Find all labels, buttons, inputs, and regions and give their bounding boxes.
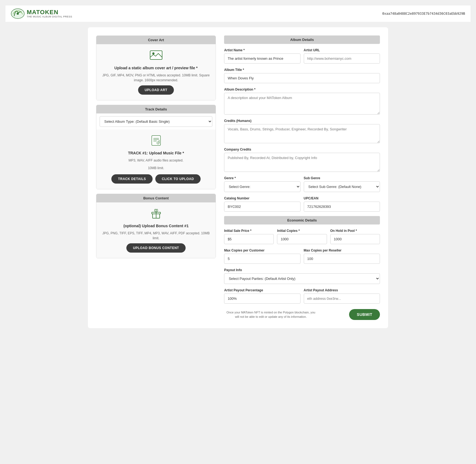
album-title-group: Album Title *	[224, 68, 380, 83]
logo-text: MATOKEN THE MUSIC ALBUM DIGITAL PRESS	[27, 9, 72, 18]
bonus-content-content: (optional) Upload Bonus Content #1 JPG, …	[96, 202, 216, 258]
upload-bonus-button[interactable]: UPLOAD BONUS CONTENT	[126, 243, 186, 253]
album-desc-group: Album Description *	[224, 88, 380, 115]
gift-icon	[151, 208, 162, 221]
genre-group: Genre * Select Genre:	[224, 176, 300, 192]
payout-row: Artist Payout Percentage Artist Payout A…	[224, 288, 380, 304]
cover-art-desc: JPG, GIF, MP4, MOV, PNG or HTML videos a…	[102, 73, 210, 83]
on-hold-input[interactable]	[330, 234, 380, 244]
click-to-upload-button[interactable]: CLICK TO UPLOAD	[155, 174, 201, 184]
logo: MATOKEN THE MUSIC ALBUM DIGITAL PRESS	[11, 8, 72, 19]
initial-copies-input[interactable]	[277, 234, 327, 244]
track-upload-content: TRACK #1: Upload Music File * MP3, WAV, …	[96, 130, 216, 189]
initial-copies-label: Initial Copies *	[277, 229, 327, 233]
artist-payout-addr-group: Artist Payout Address	[304, 288, 380, 304]
initial-price-group: Initial Sale Price *	[224, 229, 274, 244]
bonus-content-header: Bonus Content	[96, 194, 216, 202]
catalog-input[interactable]	[224, 202, 300, 212]
subgenre-label: Sub Genre	[304, 176, 380, 180]
right-column: Album Details Artist Name * Artist URL A…	[224, 35, 380, 320]
submit-row: Once your MAToken NFT is minted on the P…	[224, 309, 380, 320]
catalog-label: Catalog Number	[224, 196, 300, 200]
genre-row: Genre * Select Genre: Sub Genre Select S…	[224, 176, 380, 192]
max-customer-label: Max Copies per Customer	[224, 249, 300, 252]
company-credits-group: Company Credits	[224, 148, 380, 172]
album-type-wrapper: Select Album Type: (Default Basic Single…	[96, 113, 216, 130]
artist-payout-pct-input[interactable]	[224, 294, 300, 304]
initial-price-label: Initial Sale Price *	[224, 229, 274, 233]
track-details-header: Track Details	[96, 105, 216, 113]
cover-art-header: Cover Art	[96, 36, 216, 44]
initial-copies-group: Initial Copies *	[277, 229, 327, 244]
top-bar: MATOKEN THE MUSIC ALBUM DIGITAL PRESS 0x…	[5, 5, 471, 22]
cover-art-content: Upload a static album cover art / previe…	[96, 44, 216, 100]
economic-details-header: Economic Details	[224, 216, 380, 224]
upc-group: UPC/EAN	[304, 196, 380, 212]
max-customer-group: Max Copies per Customer	[224, 249, 300, 264]
catalog-group: Catalog Number	[224, 196, 300, 212]
album-type-select[interactable]: Select Album Type: (Default Basic Single…	[100, 116, 212, 127]
album-details-header: Album Details	[224, 35, 380, 44]
bonus-desc: JPG, PNG, TIFF, EPS, TIFF, MP4, MP3, WAV…	[102, 231, 210, 241]
max-customer-input[interactable]	[224, 254, 300, 264]
album-desc-textarea[interactable]	[224, 93, 380, 115]
track-details-button[interactable]: TRACK DETAILS	[111, 174, 152, 184]
artist-name-label: Artist Name *	[224, 48, 300, 52]
artist-url-label: Artist URL	[304, 48, 380, 52]
bonus-title: (optional) Upload Bonus Content #1	[123, 224, 189, 228]
svg-point-3	[152, 52, 154, 55]
max-reseller-label: Max Copies per Reseller	[304, 249, 380, 252]
left-column: Cover Art Upload a static album cover ar…	[96, 35, 216, 320]
artist-url-group: Artist URL	[304, 48, 380, 64]
artist-name-input[interactable]	[224, 53, 300, 64]
cover-art-title: Upload a static album cover art / previe…	[114, 66, 198, 70]
wallet-address: 0xaa748a0488C2e897933E7b7434d36C03aEbb92…	[382, 12, 465, 16]
payout-note: Once your MAToken NFT is minted on the P…	[224, 310, 318, 319]
credits-label: Credits (Humans)	[224, 119, 380, 123]
image-upload-icon	[150, 50, 163, 63]
album-title-label: Album Title *	[224, 68, 380, 72]
credits-textarea[interactable]	[224, 124, 380, 143]
company-credits-label: Company Credits	[224, 148, 380, 151]
company-credits-textarea[interactable]	[224, 153, 380, 172]
upc-label: UPC/EAN	[304, 196, 380, 200]
genre-label: Genre *	[224, 176, 300, 180]
catalog-row: Catalog Number UPC/EAN	[224, 196, 380, 212]
logo-icon	[11, 8, 25, 19]
subgenre-group: Sub Genre Select Sub Genre: (Default Non…	[304, 176, 380, 192]
artist-payout-addr-label: Artist Payout Address	[304, 288, 380, 292]
payout-info-group: Payout Info Select Payout Parties: (Defa…	[224, 268, 380, 284]
initial-price-input[interactable]	[224, 234, 274, 244]
artist-payout-pct-group: Artist Payout Percentage	[224, 288, 300, 304]
logo-title: MATOKEN	[27, 9, 72, 16]
on-hold-label: On Hold in Pool *	[330, 229, 380, 233]
album-title-input[interactable]	[224, 73, 380, 83]
track-upload-title: TRACK #1: Upload Music File *	[128, 151, 184, 155]
music-note-icon	[151, 135, 162, 148]
cover-art-section: Cover Art Upload a static album cover ar…	[96, 35, 216, 100]
artist-name-group: Artist Name *	[224, 48, 300, 64]
submit-button[interactable]: SUBMIT	[349, 309, 380, 320]
subgenre-select[interactable]: Select Sub Genre: (Default None)	[304, 181, 380, 192]
track-upload-desc1: MP3, WAV, AIFF audio files accepted.	[129, 158, 183, 163]
max-copies-row: Max Copies per Customer Max Copies per R…	[224, 249, 380, 264]
svg-point-1	[17, 13, 19, 15]
track-buttons: TRACK DETAILS CLICK TO UPLOAD	[111, 174, 200, 184]
upc-input[interactable]	[304, 202, 380, 212]
track-details-section: Track Details Select Album Type: (Defaul…	[96, 105, 216, 189]
on-hold-group: On Hold in Pool *	[330, 229, 380, 244]
track-upload-desc2: 10MB limit.	[148, 166, 164, 170]
main-container: Cover Art Upload a static album cover ar…	[88, 27, 388, 328]
payout-parties-select[interactable]: Select Payout Parties: (Default Artist O…	[224, 273, 380, 284]
economic-row1: Initial Sale Price * Initial Copies * On…	[224, 229, 380, 244]
album-desc-label: Album Description *	[224, 88, 380, 91]
artist-payout-addr-input[interactable]	[304, 294, 380, 304]
max-reseller-group: Max Copies per Reseller	[304, 249, 380, 264]
max-reseller-input[interactable]	[304, 254, 380, 264]
logo-subtitle: THE MUSIC ALBUM DIGITAL PRESS	[27, 16, 72, 18]
artist-url-input[interactable]	[304, 53, 380, 64]
genre-select[interactable]: Select Genre:	[224, 181, 300, 192]
upload-art-button[interactable]: UPLOAD ART	[138, 85, 174, 95]
artist-payout-pct-label: Artist Payout Percentage	[224, 288, 300, 292]
payout-info-label: Payout Info	[224, 268, 380, 272]
